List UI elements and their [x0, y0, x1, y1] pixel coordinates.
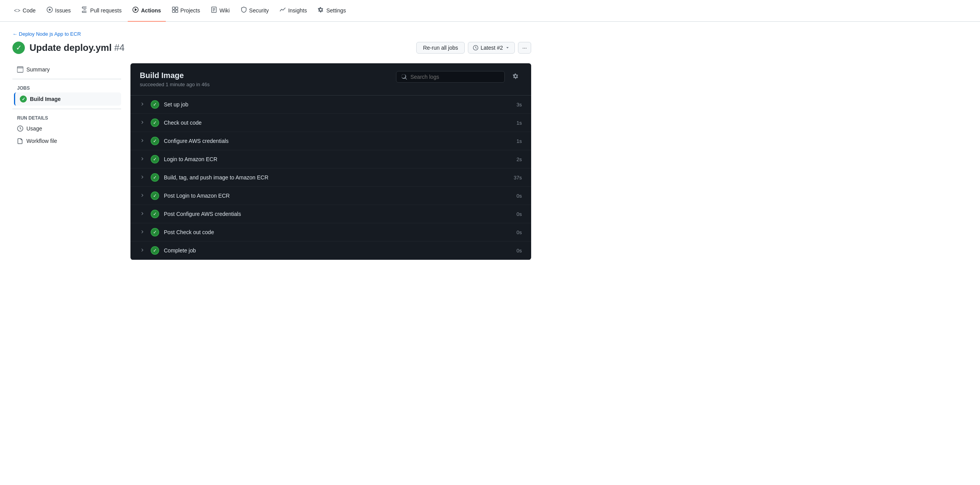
usage-label: Usage [26, 125, 42, 132]
nav-projects-label: Projects [181, 7, 200, 14]
sidebar: Summary Jobs ✓ Build Image Run details U… [12, 63, 121, 260]
step-row[interactable]: ✓ Login to Amazon ECR 2s [130, 150, 531, 169]
nav-pull-requests-label: Pull requests [90, 7, 122, 14]
step-list: ✓ Set up job 3s ✓ Check out code 1s ✓ Co… [130, 96, 531, 260]
sidebar-item-usage[interactable]: Usage [12, 122, 121, 135]
step-row[interactable]: ✓ Post Login to Amazon ECR 0s [130, 187, 531, 205]
step-success-icon: ✓ [151, 137, 159, 145]
rerun-all-jobs-button[interactable]: Re-run all jobs [416, 42, 464, 54]
step-duration: 0s [510, 229, 522, 235]
sidebar-item-summary[interactable]: Summary [12, 63, 121, 76]
svg-rect-7 [175, 10, 178, 12]
nav-code-label: Code [23, 7, 35, 14]
job-panel-header-right [396, 71, 522, 83]
nav-actions[interactable]: Actions [128, 0, 165, 22]
step-row[interactable]: ✓ Configure AWS credentials 1s [130, 132, 531, 150]
step-row[interactable]: ✓ Check out code 1s [130, 114, 531, 132]
step-duration: 0s [510, 248, 522, 254]
job-panel-title: Build Image [140, 71, 210, 80]
run-status-icon: ✓ [12, 42, 25, 54]
more-options-button[interactable]: ··· [518, 42, 531, 54]
page-header: ✓ Update deploy.yml #4 Re-run all jobs L… [12, 42, 531, 54]
issues-icon [47, 7, 53, 14]
step-name: Post Check out code [164, 229, 506, 235]
step-duration: 37s [510, 175, 522, 181]
sidebar-summary-label: Summary [26, 66, 50, 73]
step-name: Login to Amazon ECR [164, 156, 506, 162]
svg-marker-3 [135, 8, 137, 11]
insights-icon [280, 7, 286, 14]
step-success-icon: ✓ [151, 246, 159, 255]
build-image-label: Build Image [30, 96, 61, 102]
chevron-right-icon [140, 248, 146, 254]
build-image-status-icon: ✓ [20, 96, 27, 103]
nav-actions-label: Actions [141, 7, 161, 14]
step-row[interactable]: ✓ Build, tag, and push image to Amazon E… [130, 169, 531, 187]
step-success-icon: ✓ [151, 100, 159, 109]
chevron-right-icon [140, 138, 146, 144]
step-success-icon: ✓ [151, 210, 159, 218]
svg-point-1 [49, 9, 50, 11]
nav-security-label: Security [249, 7, 269, 14]
nav-projects[interactable]: Projects [167, 0, 205, 22]
step-name: Post Configure AWS credentials [164, 211, 506, 217]
step-duration: 1s [510, 138, 522, 144]
search-logs-input[interactable] [410, 74, 500, 80]
job-panel: Build Image succeeded 1 minute ago in 46… [130, 63, 531, 260]
settings-gear-button[interactable] [509, 71, 522, 82]
chevron-right-icon [140, 229, 146, 235]
nav-insights[interactable]: Insights [275, 0, 311, 22]
pull-requests-icon [82, 7, 88, 14]
step-success-icon: ✓ [151, 228, 159, 236]
step-success-icon: ✓ [151, 118, 159, 127]
job-panel-title-area: Build Image succeeded 1 minute ago in 46… [140, 71, 210, 87]
step-row[interactable]: ✓ Post Check out code 0s [130, 223, 531, 242]
nav-wiki-label: Wiki [219, 7, 229, 14]
nav-insights-label: Insights [288, 7, 307, 14]
step-name: Configure AWS credentials [164, 138, 506, 144]
step-success-icon: ✓ [151, 173, 159, 182]
job-panel-subtitle: succeeded 1 minute ago in 46s [140, 82, 210, 87]
sidebar-item-build-image[interactable]: ✓ Build Image [14, 92, 121, 106]
nav-code[interactable]: <> Code [9, 0, 40, 22]
header-actions: Re-run all jobs Latest #2 ··· [416, 42, 531, 54]
step-duration: 1s [510, 120, 522, 126]
svg-rect-5 [175, 7, 178, 9]
jobs-divider [12, 79, 121, 79]
nav-settings[interactable]: Settings [313, 0, 351, 22]
svg-rect-6 [172, 10, 175, 12]
chevron-right-icon [140, 211, 146, 217]
breadcrumb[interactable]: ← Deploy Node js App to ECR [12, 31, 531, 37]
jobs-section-label: Jobs [12, 82, 121, 92]
main-layout: Summary Jobs ✓ Build Image Run details U… [12, 63, 531, 260]
step-row[interactable]: ✓ Complete job 0s [130, 242, 531, 260]
search-icon [401, 74, 407, 80]
nav-issues-label: Issues [55, 7, 71, 14]
chevron-right-icon [140, 102, 146, 108]
step-row[interactable]: ✓ Set up job 3s [130, 96, 531, 114]
nav-security[interactable]: Security [236, 0, 274, 22]
latest-run-dropdown[interactable]: Latest #2 [468, 42, 515, 54]
top-nav: <> Code Issues Pull requests Actions Pro… [0, 0, 980, 22]
chevron-right-icon [140, 175, 146, 181]
code-icon: <> [14, 7, 20, 14]
search-logs-container[interactable] [396, 71, 505, 83]
sidebar-item-workflow-file[interactable]: Workflow file [12, 135, 121, 147]
job-panel-header: Build Image succeeded 1 minute ago in 46… [130, 63, 531, 96]
svg-rect-4 [172, 7, 175, 9]
chevron-right-icon [140, 193, 146, 199]
nav-wiki[interactable]: Wiki [206, 0, 234, 22]
run-details-divider [12, 109, 121, 109]
actions-icon [132, 7, 139, 14]
nav-pull-requests[interactable]: Pull requests [77, 0, 126, 22]
security-icon [241, 7, 247, 14]
run-details-section-label: Run details [12, 112, 121, 122]
step-name: Set up job [164, 101, 506, 108]
step-name: Build, tag, and push image to Amazon ECR [164, 174, 506, 181]
step-row[interactable]: ✓ Post Configure AWS credentials 0s [130, 205, 531, 223]
chevron-right-icon [140, 120, 146, 126]
nav-issues[interactable]: Issues [42, 0, 75, 22]
step-name: Post Login to Amazon ECR [164, 193, 506, 199]
workflow-file-label: Workflow file [26, 138, 57, 144]
step-duration: 0s [510, 193, 522, 199]
